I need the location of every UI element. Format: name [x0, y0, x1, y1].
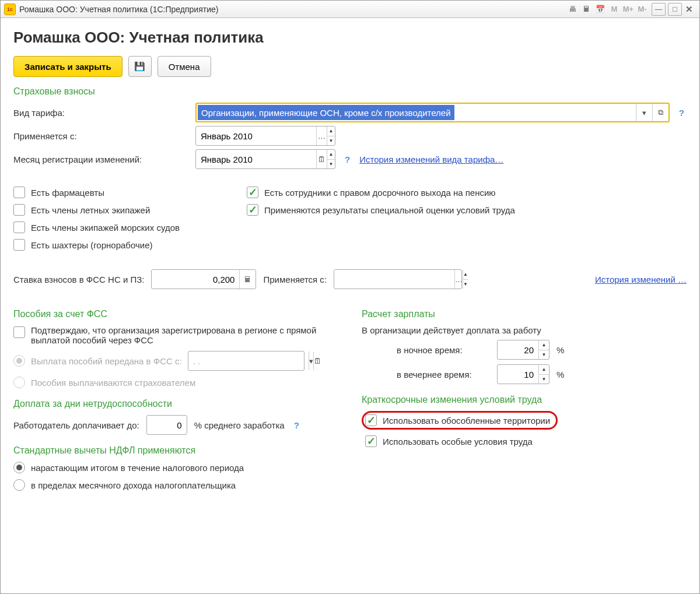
window-title: Ромашка ООО: Учетная политика (1С:Предпр… — [19, 5, 218, 14]
chk-confirm-region[interactable] — [13, 326, 25, 338]
rb-ndfl-monthly[interactable] — [13, 479, 25, 491]
chk-sea-crew[interactable] — [13, 222, 25, 233]
mem-mminus-icon[interactable]: M- — [635, 3, 649, 16]
tariff-combo[interactable]: Организации, применяющие ОСН, кроме с/х … — [195, 103, 670, 122]
chk-sea-crew-label: Есть члены экипажей морских судов — [31, 223, 180, 233]
reg-month-spinner[interactable]: ▲▼ — [327, 150, 335, 168]
ndfl-section-title: Стандартные вычеты НДФЛ применяются — [13, 445, 338, 456]
benefits-section-title: Пособия за счет ФСС — [13, 309, 338, 319]
chk-sout-results-label: Применяются результаты специальной оценк… — [264, 205, 515, 215]
salary-intro: В организации действует доплата за работ… — [362, 325, 687, 335]
rb-ndfl-cumulative-label: нарастающим итогом в течение налогового … — [31, 463, 244, 473]
night-spinner[interactable]: ▲▼ — [538, 340, 549, 359]
calc-icon[interactable]: 🖩 — [579, 3, 593, 16]
calendar-pick-icon: 🗓 — [313, 352, 321, 370]
minimize-icon[interactable]: — — [652, 3, 666, 16]
dropdown-icon: ▾ — [309, 352, 313, 370]
fss-applies-label: Применяется с: — [263, 275, 327, 284]
benefits-date-input: ▾ 🗓 — [188, 351, 304, 371]
floppy-icon: 💾 — [134, 61, 145, 72]
fss-history-link[interactable]: История изменений … — [595, 275, 687, 284]
shortterm-section-title: Краткосрочные изменения условий труда — [362, 395, 687, 405]
evening-input[interactable]: ▲▼ — [497, 364, 550, 384]
page-title: Ромашка ООО: Учетная политика — [13, 29, 687, 47]
dropdown-icon[interactable]: ▾ — [636, 104, 652, 121]
fss-rate-label: Ставка взносов в ФСС НС и ПЗ: — [13, 275, 144, 284]
applies-from-spinner[interactable]: ▲▼ — [327, 126, 335, 145]
rb-ndfl-cumulative[interactable] — [13, 462, 25, 473]
tariff-value: Организации, применяющие ОСН, кроме с/х … — [198, 105, 454, 120]
sick-section-title: Доплата за дни нетрудоспособности — [13, 399, 338, 409]
benefits-date-field — [188, 352, 309, 370]
tariff-history-link[interactable]: История изменений вида тарифа… — [359, 154, 503, 164]
calendar-icon[interactable]: 📅 — [593, 3, 607, 16]
toolbar: Записать и закрыть 💾 Отмена — [13, 56, 687, 77]
insurance-section-title: Страховые взносы — [13, 86, 687, 97]
chk-miners[interactable] — [13, 239, 25, 251]
confirm-region-label: Подтверждаю, что организация зарегистрир… — [31, 325, 338, 345]
tariff-label: Вид тарифа: — [13, 108, 188, 118]
calc-btn-icon[interactable]: 🖩 — [239, 270, 256, 289]
help-regmonth-icon[interactable]: ? — [342, 154, 352, 164]
open-ref-icon[interactable]: ⧉ — [652, 104, 668, 121]
chk-conditions-label: Использовать особые условия труда — [383, 437, 533, 447]
rb-benefits-fss-label: Выплата пособий передана в ФСС с: — [31, 356, 182, 366]
chk-early-pension-label: Есть сотрудники с правом досрочного выхо… — [264, 188, 496, 198]
applies-from-input[interactable]: … ▲▼ — [195, 126, 335, 146]
calendar-pick-icon[interactable]: 🗓 — [316, 150, 327, 168]
sick-value-field[interactable] — [147, 416, 187, 434]
chk-conditions[interactable]: ✓ — [365, 435, 377, 447]
chk-territories[interactable]: ✓ — [365, 414, 377, 426]
rb-benefits-insurer-label: Пособия выплачиваются страхователем — [31, 378, 195, 388]
mem-mplus-icon[interactable]: M+ — [621, 3, 635, 16]
close-icon[interactable]: ✕ — [682, 3, 696, 16]
reg-month-field[interactable] — [196, 150, 316, 168]
evening-spinner[interactable]: ▲▼ — [538, 365, 549, 384]
chk-flight-crew[interactable] — [13, 204, 25, 216]
night-input[interactable]: ▲▼ — [497, 340, 550, 360]
app-window: 1c Ромашка ООО: Учетная политика (1С:Пре… — [0, 0, 700, 594]
title-bar: 1c Ромашка ООО: Учетная политика (1С:Пре… — [1, 1, 699, 18]
applies-from-field[interactable] — [196, 126, 316, 145]
write-close-button[interactable]: Записать и закрыть — [13, 56, 123, 77]
logo-1c-icon: 1c — [4, 3, 16, 15]
evening-field[interactable] — [498, 365, 538, 384]
maximize-icon[interactable]: □ — [668, 3, 682, 16]
reg-month-input[interactable]: 🗓 ▲▼ — [195, 149, 335, 169]
chk-pharmacists-label: Есть фармацевты — [31, 188, 104, 198]
fss-applies-field[interactable] — [334, 270, 454, 289]
night-field[interactable] — [498, 340, 538, 359]
chk-territories-label: Использовать обособленные территории — [383, 416, 550, 426]
rb-benefits-fss — [13, 355, 25, 367]
sick-label: Работодатель доплачивает до: — [13, 420, 139, 430]
sick-suffix: % среднего заработка — [194, 420, 285, 430]
fss-applies-spinner[interactable]: ▲▼ — [463, 270, 468, 289]
night-label: в ночное время: — [397, 345, 490, 355]
highlighted-option: ✓ Использовать обособленные территории — [362, 411, 558, 430]
chk-early-pension[interactable]: ✓ — [247, 187, 258, 198]
applies-from-label: Применяется с: — [13, 131, 188, 141]
rb-benefits-insurer — [13, 377, 25, 388]
mem-m-icon[interactable]: M — [607, 3, 621, 16]
evening-label: в вечернее время: — [397, 370, 490, 379]
salary-section-title: Расчет зарплаты — [362, 309, 687, 319]
fss-rate-input[interactable]: 🖩 — [151, 269, 256, 289]
fss-applies-input[interactable]: … ▲▼ — [334, 269, 462, 289]
night-pct: % — [556, 345, 564, 355]
save-button[interactable]: 💾 — [128, 56, 152, 77]
help-tariff-icon[interactable]: ? — [677, 108, 687, 118]
fss-rate-field[interactable] — [152, 270, 239, 289]
print-icon[interactable]: 🖶 — [565, 3, 579, 16]
evening-pct: % — [556, 370, 564, 379]
rb-ndfl-monthly-label: в пределах месячного дохода налогоплател… — [31, 480, 236, 490]
cancel-button[interactable]: Отмена — [158, 56, 211, 77]
chk-sout-results[interactable]: ✓ — [247, 204, 258, 216]
ellipsis-icon[interactable]: … — [454, 270, 463, 289]
ellipsis-icon[interactable]: … — [316, 126, 327, 145]
sick-value-input[interactable] — [146, 415, 187, 435]
chk-miners-label: Есть шахтеры (горнорабочие) — [31, 240, 153, 250]
chk-flight-crew-label: Есть члены летных экипажей — [31, 205, 150, 215]
reg-month-label: Месяц регистрации изменений: — [13, 154, 188, 164]
help-sick-icon[interactable]: ? — [292, 420, 302, 430]
chk-pharmacists[interactable] — [13, 187, 25, 198]
